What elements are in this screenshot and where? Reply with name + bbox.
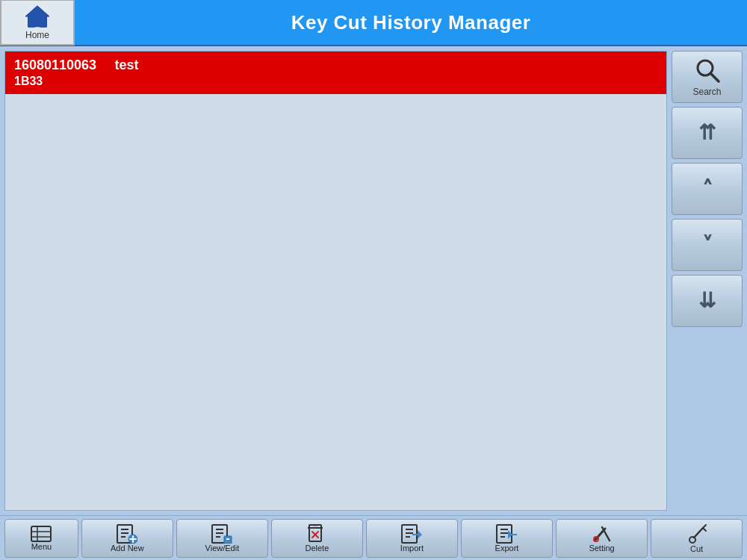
- nav-top-button[interactable]: ⇈: [672, 107, 743, 159]
- nav-up-button[interactable]: ˄: [672, 163, 743, 215]
- footer-toolbar: Menu Add New View/Edit: [0, 515, 747, 560]
- nav-up-icon: ˄: [702, 178, 713, 199]
- list-item-id: 16080110063: [14, 57, 96, 72]
- cut-button[interactable]: Cut: [651, 519, 743, 558]
- svg-rect-4: [31, 526, 51, 541]
- add-new-button[interactable]: Add New: [81, 519, 173, 558]
- list-item-name: test: [115, 57, 139, 72]
- svg-line-44: [703, 528, 706, 531]
- list-item[interactable]: 16080110063 test 1B33: [5, 52, 666, 94]
- nav-bottom-button[interactable]: ⇊: [672, 275, 743, 327]
- svg-line-42: [694, 528, 703, 538]
- nav-bottom-icon: ⇊: [698, 290, 716, 311]
- view-edit-icon: [211, 524, 232, 544]
- svg-marker-30: [418, 530, 422, 539]
- setting-label: Setting: [589, 544, 614, 553]
- header: Home Key Cut History Manager: [0, 0, 747, 46]
- export-icon: [496, 524, 517, 544]
- list-item-sub: 1B33: [14, 75, 657, 88]
- delete-label: Delete: [306, 544, 329, 553]
- svg-rect-1: [34, 20, 41, 27]
- view-edit-button[interactable]: View/Edit: [176, 519, 268, 558]
- right-sidebar: Search ⇈ ˄ ˅ ⇊: [672, 51, 743, 511]
- home-button[interactable]: Home: [0, 0, 75, 46]
- import-label: Import: [400, 544, 424, 553]
- list-area: 16080110063 test 1B33: [4, 51, 667, 511]
- search-icon: [694, 57, 721, 84]
- add-new-label: Add New: [111, 544, 144, 553]
- nav-top-icon: ⇈: [698, 122, 716, 143]
- list-item-row1: 16080110063 test: [14, 57, 657, 73]
- menu-icon: [31, 526, 52, 542]
- search-label: Search: [692, 87, 721, 97]
- import-icon: [401, 524, 422, 544]
- add-new-icon: [117, 524, 137, 544]
- setting-icon: [592, 524, 613, 544]
- export-label: Export: [495, 544, 519, 553]
- setting-button[interactable]: Setting: [556, 519, 648, 558]
- svg-line-3: [710, 73, 719, 81]
- nav-down-button[interactable]: ˅: [672, 219, 743, 271]
- import-button[interactable]: Import: [366, 519, 458, 558]
- delete-icon: [307, 524, 326, 544]
- cut-icon: [686, 523, 707, 544]
- export-button[interactable]: Export: [461, 519, 553, 558]
- nav-down-icon: ˅: [702, 234, 713, 255]
- menu-label: Menu: [31, 542, 52, 551]
- cut-label: Cut: [690, 544, 703, 553]
- search-button[interactable]: Search: [672, 51, 743, 103]
- home-label: Home: [25, 30, 49, 40]
- view-edit-label: View/Edit: [205, 544, 240, 553]
- main-container: 16080110063 test 1B33 Search ⇈ ˄ ˅: [0, 46, 747, 515]
- home-icon: [24, 4, 51, 28]
- delete-button[interactable]: Delete: [271, 519, 363, 558]
- menu-button[interactable]: Menu: [4, 519, 78, 558]
- page-title: Key Cut History Manager: [75, 11, 747, 34]
